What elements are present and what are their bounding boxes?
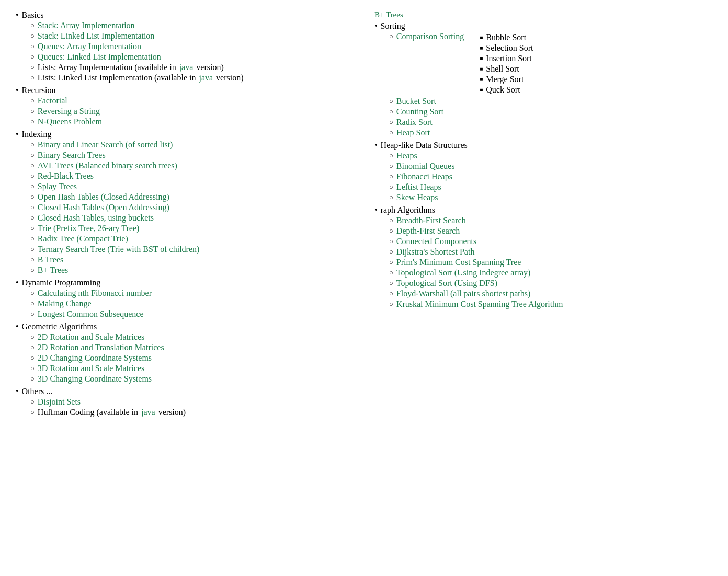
leftist-heaps-link[interactable]: Leftist Heaps <box>396 182 441 192</box>
b-trees-link[interactable]: B Trees <box>38 255 63 264</box>
3d-coordinate-link[interactable]: 3D Changing Coordinate Systems <box>38 374 152 384</box>
section-recursion-label: Recursion <box>22 86 56 95</box>
prim-link[interactable]: Prim's Minimum Cost Spanning Tree <box>396 258 521 267</box>
graph-sub-list: Breadth-First Search Depth-First Search … <box>374 216 712 309</box>
2d-rotation-scale-link[interactable]: 2D Rotation and Scale Matrices <box>38 332 144 342</box>
skew-heaps-link[interactable]: Skew Heaps <box>396 193 438 202</box>
binomial-queues-link[interactable]: Binomial Queues <box>396 162 455 171</box>
queues-linked-link[interactable]: Queues: Linked List Implementation <box>38 52 161 62</box>
fibonacci-heaps-link[interactable]: Fibonacci Heaps <box>396 172 452 181</box>
2d-coordinate-link[interactable]: 2D Changing Coordinate Systems <box>38 353 152 363</box>
dfs-link[interactable]: Depth-First Search <box>396 226 460 236</box>
n-queens-link[interactable]: N-Queens Problem <box>38 117 102 126</box>
connected-components-link[interactable]: Connected Components <box>396 237 476 246</box>
trie-link[interactable]: Trie (Prefix Tree, 26-ary Tree) <box>38 224 140 233</box>
list-item: Prim's Minimum Cost Spanning Tree <box>389 258 712 267</box>
list-item: Binomial Queues <box>389 162 712 171</box>
dp-sub-list: Calculating nth Fibonacci number Making … <box>16 289 354 319</box>
list-item: Huffman Coding (available in java versio… <box>30 408 354 417</box>
factorial-link[interactable]: Factorial <box>38 96 67 106</box>
lcs-link[interactable]: Longest Common Subsequence <box>38 309 144 319</box>
ternary-search-tree-link[interactable]: Ternary Search Tree (Trie with BST of ch… <box>38 245 200 254</box>
3d-rotation-scale-link[interactable]: 3D Rotation and Scale Matrices <box>38 364 144 373</box>
reversing-string-link[interactable]: Reversing a String <box>38 107 100 116</box>
list-item: Insertion Sort <box>480 54 533 63</box>
queues-array-link[interactable]: Queues: Array Implementation <box>38 42 141 51</box>
comparison-sub-list: Bubble Sort Selection Sort Insertion Sor… <box>467 33 533 96</box>
heaps-link[interactable]: Heaps <box>396 151 417 160</box>
list-item: Lists: Linked List Implementation (avail… <box>30 73 354 83</box>
left-main-list: Basics Stack: Array Implementation Stack… <box>16 10 354 417</box>
splay-trees-link[interactable]: Splay Trees <box>38 182 77 191</box>
left-column: Basics Stack: Array Implementation Stack… <box>16 10 354 420</box>
section-basics-label: Basics <box>22 10 44 20</box>
list-item: Disjoint Sets <box>30 397 354 407</box>
closed-hash-buckets-link[interactable]: Closed Hash Tables, using buckets <box>38 213 154 223</box>
list-item: Connected Components <box>389 237 712 246</box>
list-item: Binary and Linear Search (of sorted list… <box>30 140 354 149</box>
fibonacci-link[interactable]: Calculating nth Fibonacci number <box>38 289 152 298</box>
counting-sort-link[interactable]: Counting Sort <box>396 107 443 117</box>
stack-array-link[interactable]: Stack: Array Implementation <box>38 21 135 30</box>
list-item: AVL Trees (Balanced binary search trees) <box>30 161 354 170</box>
making-change-link[interactable]: Making Change <box>38 299 92 308</box>
lists-array-java-link[interactable]: java <box>179 63 194 72</box>
selection-sort-text: Selection Sort <box>486 43 533 53</box>
partial-top-text: B+ Trees <box>374 10 712 19</box>
stack-linked-link[interactable]: Stack: Linked List Implementation <box>38 31 155 41</box>
huffman-java-link[interactable]: java <box>141 408 155 417</box>
geometric-sub-list: 2D Rotation and Scale Matrices 2D Rotati… <box>16 332 354 384</box>
binary-linear-search-link[interactable]: Binary and Linear Search (of sorted list… <box>38 140 173 149</box>
list-item: Counting Sort <box>389 107 712 117</box>
list-item: Red-Black Trees <box>30 171 354 181</box>
list-item: Stack: Linked List Implementation <box>30 31 354 41</box>
topological-indegree-link[interactable]: Topological Sort (Using Indegree array) <box>396 268 531 278</box>
list-item: 3D Changing Coordinate Systems <box>30 374 354 384</box>
section-others: Others ... Disjoint Sets Huffman Coding … <box>16 387 354 417</box>
radix-tree-link[interactable]: Radix Tree (Compact Trie) <box>38 234 128 244</box>
list-item: Merge Sort <box>480 75 533 84</box>
list-item: Leftist Heaps <box>389 182 712 192</box>
dijkstra-link[interactable]: Dijkstra's Shortest Path <box>396 247 475 257</box>
merge-sort-text: Merge Sort <box>486 75 524 84</box>
radix-sort-link[interactable]: Radix Sort <box>396 118 433 127</box>
list-item: Quck Sort <box>480 85 533 95</box>
list-item: Radix Tree (Compact Trie) <box>30 234 354 244</box>
binary-search-trees-link[interactable]: Binary Search Trees <box>38 151 106 160</box>
list-item: Lists: Array Implementation (available i… <box>30 63 354 72</box>
disjoint-sets-link[interactable]: Disjoint Sets <box>38 397 81 407</box>
closed-hash-tables-link[interactable]: Closed Hash Tables (Open Addressing) <box>38 203 169 212</box>
list-item: Calculating nth Fibonacci number <box>30 289 354 298</box>
lists-linked-java-link[interactable]: java <box>199 73 213 83</box>
list-item: Binary Search Trees <box>30 151 354 160</box>
b-plus-trees-link[interactable]: B+ Trees <box>38 266 68 275</box>
indexing-sub-list: Binary and Linear Search (of sorted list… <box>16 140 354 275</box>
section-geometric-label: Geometric Algorithms <box>22 322 97 331</box>
list-item: Topological Sort (Using DFS) <box>389 279 712 288</box>
comparison-sorting-link[interactable]: Comparison Sorting <box>396 32 464 41</box>
2d-rotation-translation-link[interactable]: 2D Rotation and Translation Matrices <box>38 343 164 352</box>
right-column: B+ Trees Sorting Comparison Sorting Bubb… <box>374 10 712 312</box>
section-indexing-label: Indexing <box>22 130 52 139</box>
avl-trees-link[interactable]: AVL Trees (Balanced binary search trees) <box>38 161 177 170</box>
section-graph-label: raph Algorithms <box>381 205 435 215</box>
list-item: Open Hash Tables (Closed Addressing) <box>30 192 354 202</box>
bucket-sort-link[interactable]: Bucket Sort <box>396 97 436 106</box>
list-item: Shell Sort <box>480 64 533 74</box>
list-item: B+ Trees <box>30 266 354 275</box>
bfs-link[interactable]: Breadth-First Search <box>396 216 466 225</box>
kruskal-link[interactable]: Kruskal Minimum Cost Spanning Tree Algor… <box>396 299 563 309</box>
open-hash-tables-link[interactable]: Open Hash Tables (Closed Addressing) <box>38 192 169 202</box>
red-black-trees-link[interactable]: Red-Black Trees <box>38 171 94 181</box>
list-item: Kruskal Minimum Cost Spanning Tree Algor… <box>389 299 712 309</box>
list-item: Selection Sort <box>480 43 533 53</box>
section-heap-like: Heap-like Data Structures Heaps Binomial… <box>374 141 712 202</box>
topological-dfs-link[interactable]: Topological Sort (Using DFS) <box>396 279 497 288</box>
section-heap-like-label: Heap-like Data Structures <box>381 141 468 150</box>
heap-sort-link[interactable]: Heap Sort <box>396 128 430 137</box>
section-graph-algorithms: raph Algorithms Breadth-First Search Dep… <box>374 205 712 309</box>
list-item: Queues: Linked List Implementation <box>30 52 354 62</box>
list-item: Radix Sort <box>389 118 712 127</box>
list-item: Queues: Array Implementation <box>30 42 354 51</box>
floyd-warshall-link[interactable]: Floyd-Warshall (all pairs shortest paths… <box>396 289 530 298</box>
